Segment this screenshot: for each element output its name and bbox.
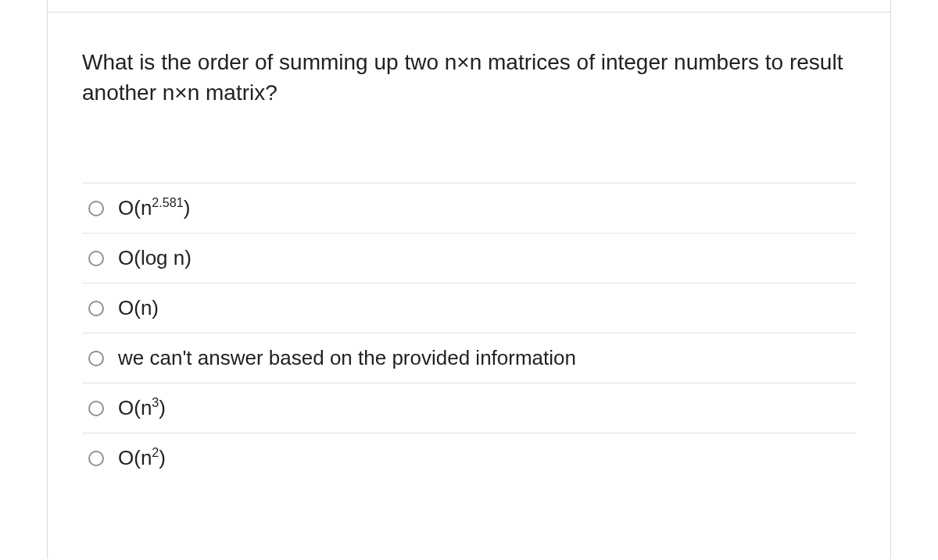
option-row[interactable]: O(log n) xyxy=(82,234,856,284)
radio-icon[interactable] xyxy=(88,251,104,266)
option-label: O(log n) xyxy=(118,246,192,270)
option-text-pre: O(n xyxy=(118,196,152,219)
options-list: O(n2.581) O(log n) O(n) we can't answer … xyxy=(82,183,856,483)
radio-icon[interactable] xyxy=(88,351,104,366)
option-text-pre: we can't answer based on the provided in… xyxy=(118,346,576,369)
option-text-sup: 2.581 xyxy=(152,196,183,210)
question-card: What is the order of summing up two n×n … xyxy=(47,0,891,560)
radio-icon[interactable] xyxy=(88,451,104,466)
option-label: O(n3) xyxy=(118,396,166,420)
radio-icon[interactable] xyxy=(88,401,104,416)
option-text-pre: O(log n) xyxy=(118,246,192,269)
radio-icon[interactable] xyxy=(88,301,104,316)
option-row[interactable]: O(n2) xyxy=(82,433,856,483)
option-label: O(n) xyxy=(118,296,159,320)
option-row[interactable]: O(n) xyxy=(82,284,856,334)
option-text-pre: O(n xyxy=(118,446,152,469)
question-text: What is the order of summing up two n×n … xyxy=(82,47,856,108)
page: What is the order of summing up two n×n … xyxy=(0,0,938,560)
radio-icon[interactable] xyxy=(88,201,104,216)
question-content: What is the order of summing up two n×n … xyxy=(48,12,890,501)
option-text-post: ) xyxy=(184,196,191,219)
option-row[interactable]: O(n3) xyxy=(82,383,856,433)
option-label: O(n2.581) xyxy=(118,196,190,220)
header-divider xyxy=(48,0,890,12)
option-text-post: ) xyxy=(159,396,166,419)
option-text-sup: 2 xyxy=(152,446,159,460)
option-row[interactable]: we can't answer based on the provided in… xyxy=(82,334,856,383)
option-label: we can't answer based on the provided in… xyxy=(118,346,576,370)
option-label: O(n2) xyxy=(118,446,166,470)
option-text-sup: 3 xyxy=(152,396,159,410)
option-text-pre: O(n xyxy=(118,396,152,419)
option-text-pre: O(n) xyxy=(118,296,159,319)
option-row[interactable]: O(n2.581) xyxy=(82,184,856,234)
option-text-post: ) xyxy=(159,446,166,469)
